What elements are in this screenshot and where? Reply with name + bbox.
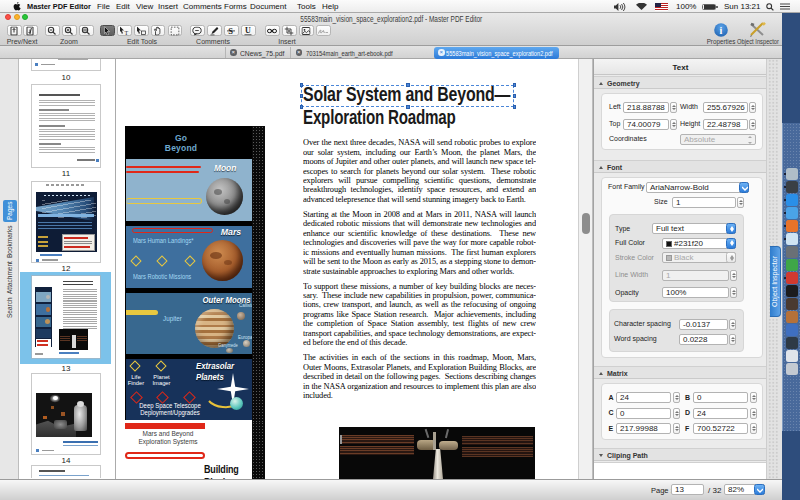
svg-text:T: T: [125, 30, 129, 36]
svg-text:i: i: [720, 25, 723, 36]
svg-text:U: U: [245, 26, 251, 35]
